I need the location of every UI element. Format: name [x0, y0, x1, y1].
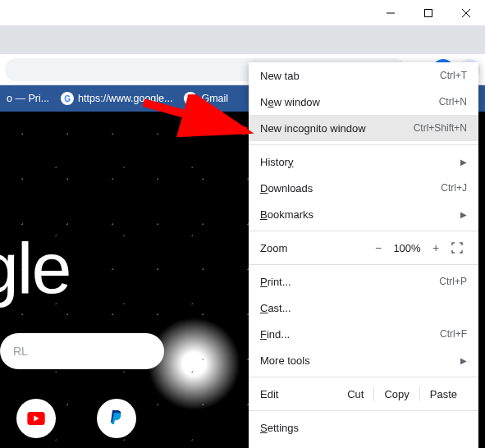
menu-zoom: Zoom − 100% + [249, 235, 478, 261]
bookmark-item[interactable]: M Gmail [184, 92, 228, 105]
shortcut-row [16, 399, 136, 438]
chevron-right-icon: ▶ [460, 158, 467, 167]
fullscreen-button[interactable] [447, 242, 467, 254]
close-button[interactable] [447, 0, 485, 26]
shortcut-key: Ctrl+F [440, 328, 467, 340]
shortcut-key: Ctrl+T [440, 70, 467, 81]
menu-separator [249, 264, 478, 265]
svg-rect-1 [425, 9, 432, 16]
menu-history[interactable]: History ▶ [249, 149, 478, 175]
tabstrip[interactable] [0, 26, 485, 54]
shortcut-youtube[interactable] [16, 399, 56, 438]
gmail-favicon: M [184, 92, 197, 105]
menu-separator [249, 410, 478, 411]
menu-new-incognito-window[interactable]: New incognito window Ctrl+Shift+N [249, 115, 478, 141]
bookmark-label: o — Pri... [7, 93, 49, 104]
chevron-right-icon: ▶ [460, 356, 467, 365]
menu-bookmarks[interactable]: Bookmarks ▶ [249, 201, 478, 227]
menu-cast[interactable]: Cast... [249, 295, 478, 321]
menu-edit: Edit Cut Copy Paste [249, 381, 478, 407]
menu-find[interactable]: Find... Ctrl+F [249, 321, 478, 347]
edit-paste-button[interactable]: Paste [420, 388, 467, 400]
menu-separator [249, 231, 478, 231]
menu-settings[interactable]: Settings [249, 414, 478, 441]
menu-separator [249, 144, 478, 145]
window-titlebar [0, 0, 485, 26]
menu-print[interactable]: Print... Ctrl+P [249, 268, 478, 295]
chevron-right-icon: ▶ [460, 210, 467, 219]
google-logo: oogle [0, 226, 70, 310]
bookmark-label: https://www.google... [78, 93, 172, 104]
shortcut-key: Ctrl+P [439, 276, 467, 287]
menu-help[interactable]: Help ▶ [249, 441, 478, 448]
edit-cut-button[interactable]: Cut [337, 388, 373, 400]
zoom-in-button[interactable]: + [424, 241, 447, 254]
minimize-button[interactable] [372, 0, 410, 26]
menu-separator [249, 377, 478, 377]
shortcut-paypal[interactable] [97, 399, 136, 438]
zoom-out-button[interactable]: − [367, 241, 390, 254]
bookmark-item[interactable]: G https://www.google... [61, 92, 172, 105]
search-placeholder: RL [13, 345, 28, 358]
menu-new-tab[interactable]: New tab Ctrl+T [249, 62, 478, 89]
bookmark-label: Gmail [201, 93, 228, 104]
google-favicon: G [61, 92, 74, 105]
shortcut-key: Ctrl+N [439, 96, 467, 107]
shortcut-key: Ctrl+Shift+N [414, 122, 467, 134]
menu-more-tools[interactable]: More tools ▶ [249, 347, 478, 373]
zoom-value: 100% [390, 242, 424, 254]
shortcut-key: Ctrl+J [441, 182, 467, 194]
chrome-menu: New tab Ctrl+T New window Ctrl+N New inc… [249, 62, 478, 448]
bookmark-item[interactable]: o — Pri... [7, 93, 49, 104]
edit-copy-button[interactable]: Copy [374, 388, 419, 400]
menu-downloads[interactable]: Downloads Ctrl+J [249, 175, 478, 201]
menu-new-window[interactable]: New window Ctrl+N [249, 89, 478, 115]
google-search-box[interactable]: RL [0, 333, 164, 369]
maximize-button[interactable] [410, 0, 447, 26]
